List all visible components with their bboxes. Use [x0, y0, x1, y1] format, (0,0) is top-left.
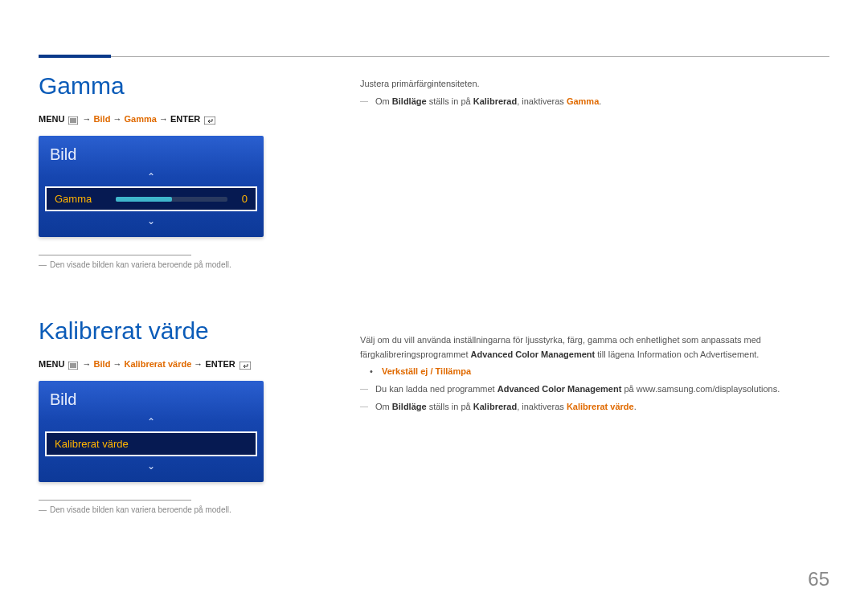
t: , inaktiveras — [517, 96, 567, 106]
breadcrumb-enter: ENTER — [205, 359, 235, 369]
t: på www.samsung.com/displaysolutions. — [621, 384, 780, 394]
enter-icon — [240, 360, 251, 370]
kalibrerat-osd-panel: Bild ⌃ Kalibrerat värde ⌄ — [39, 381, 264, 482]
manual-page: Gamma MENU → Bild → Gamma → ENTER Bild ⌃ — [0, 0, 868, 613]
osd-panel-title: Bild — [39, 389, 264, 415]
header-divider — [39, 56, 829, 57]
header-accent — [39, 55, 111, 58]
breadcrumb-kalibrerat: Kalibrerat värde — [124, 359, 191, 369]
kalibrerat-desc: Välj om du vill använda inställningarna … — [360, 333, 829, 362]
kalibrerat-disable-note: Om Bildläge ställs in på Kalibrerad, ina… — [360, 400, 829, 415]
breadcrumb-enter: ENTER — [170, 114, 200, 124]
t: Om — [375, 96, 392, 106]
caption-divider — [39, 255, 191, 255]
osd-row-value: 0 — [235, 193, 248, 205]
gamma-osd-row[interactable]: Gamma 0 — [45, 186, 257, 211]
t: ställs in på — [427, 402, 473, 411]
caption-text: Den visade bilden kan variera beroende p… — [50, 505, 231, 514]
menu-icon — [68, 115, 78, 125]
t: Verkställ ej / Tillämpa — [382, 366, 471, 376]
kalibrerat-right-text: Välj om du vill använda inställningarna … — [360, 333, 829, 414]
t: Du kan ladda ned programmet — [375, 384, 497, 394]
kalibrerat-download-note: Du kan ladda ned programmet Advanced Col… — [360, 382, 829, 397]
gamma-note: Om Bildläge ställs in på Kalibrerad, ina… — [360, 95, 829, 109]
kalibrerat-section: Kalibrerat värde MENU → Bild → Kalibrera… — [39, 317, 312, 514]
breadcrumb-bild: Bild — [94, 114, 111, 124]
t: Gamma — [567, 96, 599, 106]
t: . — [599, 96, 601, 106]
menu-icon — [68, 360, 78, 370]
kalibrerat-breadcrumb: MENU → Bild → Kalibrerat värde → ENTER — [39, 359, 312, 370]
gamma-slider-fill — [116, 197, 171, 202]
kalibrerat-title: Kalibrerat värde — [39, 317, 312, 345]
caption-dash: ― — [39, 260, 47, 269]
t: Kalibrerad — [473, 402, 517, 411]
t: till lägena Information och Advertisemen… — [595, 349, 759, 359]
t: , inaktiveras — [517, 402, 567, 411]
gamma-right-text: Justera primärfärgintensiteten. Om Bildl… — [360, 77, 829, 108]
gamma-breadcrumb: MENU → Bild → Gamma → ENTER — [39, 114, 312, 125]
t: . — [634, 402, 637, 411]
chevron-up-icon[interactable]: ⌃ — [39, 415, 264, 428]
svg-rect-4 — [204, 116, 215, 125]
gamma-slider[interactable] — [116, 197, 227, 202]
caption-text: Den visade bilden kan variera beroende p… — [50, 260, 231, 269]
breadcrumb-menu: MENU — [39, 359, 64, 369]
gamma-osd-panel: Bild ⌃ Gamma 0 ⌄ — [39, 136, 264, 237]
t: Advanced Color Management — [471, 349, 596, 359]
gamma-title: Gamma — [39, 72, 312, 100]
t: Bildläge — [392, 96, 427, 106]
page-number: 65 — [808, 568, 829, 591]
breadcrumb-menu: MENU — [39, 114, 64, 124]
chevron-up-icon[interactable]: ⌃ — [39, 170, 264, 183]
gamma-caption: ―Den visade bilden kan variera beroende … — [39, 260, 312, 269]
chevron-down-icon[interactable]: ⌄ — [39, 460, 264, 472]
chevron-down-icon[interactable]: ⌄ — [39, 215, 264, 227]
right-column: Justera primärfärgintensiteten. Om Bildl… — [360, 72, 829, 562]
caption-dash: ― — [39, 505, 47, 514]
svg-rect-9 — [240, 362, 251, 370]
gamma-desc: Justera primärfärgintensiteten. — [360, 77, 829, 92]
left-column: Gamma MENU → Bild → Gamma → ENTER Bild ⌃ — [39, 72, 312, 562]
osd-row-label: Gamma — [55, 193, 92, 205]
t: Kalibrerat värde — [567, 402, 634, 411]
content-area: Gamma MENU → Bild → Gamma → ENTER Bild ⌃ — [39, 72, 829, 562]
osd-row-label: Kalibrerat värde — [55, 438, 129, 450]
t: Kalibrerad — [473, 96, 517, 106]
breadcrumb-gamma: Gamma — [124, 114, 156, 124]
enter-icon — [204, 115, 215, 125]
breadcrumb-bild: Bild — [94, 359, 111, 369]
t: Om — [375, 402, 392, 411]
kalibrerat-options: Verkställ ej / Tillämpa — [360, 365, 829, 379]
caption-divider — [39, 500, 191, 501]
kalibrerat-osd-row[interactable]: Kalibrerat värde — [45, 431, 257, 456]
osd-panel-title: Bild — [39, 144, 264, 170]
t: Bildläge — [392, 402, 427, 411]
kalibrerat-caption: ―Den visade bilden kan variera beroende … — [39, 505, 312, 514]
gamma-section: Gamma MENU → Bild → Gamma → ENTER Bild ⌃ — [39, 72, 312, 269]
t: Advanced Color Management — [497, 384, 622, 394]
t: ställs in på — [427, 96, 473, 106]
